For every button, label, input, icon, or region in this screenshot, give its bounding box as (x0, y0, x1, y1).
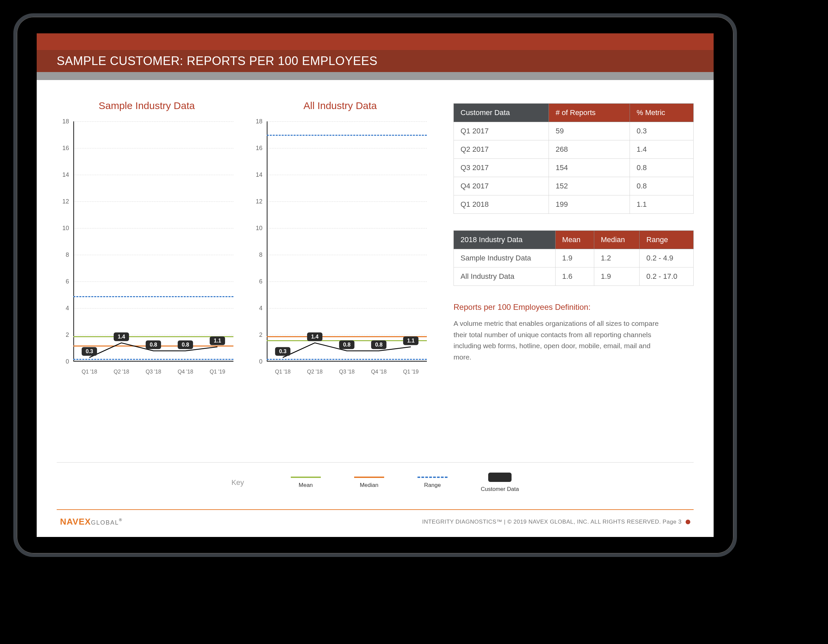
y-tick: 0 (57, 358, 72, 365)
table-header: Mean (555, 231, 594, 249)
chart-title: All Industry Data (250, 100, 430, 112)
y-tick: 6 (250, 278, 265, 285)
table-cell: 0.2 - 17.0 (640, 267, 694, 286)
swatch-customer-icon (488, 473, 511, 482)
data-point-label: 0.3 (82, 347, 97, 356)
data-point-label: 0.3 (275, 347, 290, 356)
definition-heading: Reports per 100 Employees Definition: (453, 303, 694, 312)
table-cell: 268 (549, 140, 630, 159)
table-row: Q1 20181991.1 (454, 195, 694, 214)
table-cell: 1.9 (555, 249, 594, 267)
copyright: INTEGRITY DIAGNOSTICS™ | © 2019 NAVEX GL… (422, 518, 682, 525)
y-tick: 18 (250, 118, 265, 125)
legend-label: Key (231, 478, 244, 487)
chart-sample-industry: Sample Industry Data 024681012141618Q1 '… (57, 100, 237, 446)
table-cell: Q2 2017 (454, 140, 549, 159)
y-tick: 4 (250, 305, 265, 312)
y-tick: 2 (250, 331, 265, 339)
table-cell: Q1 2017 (454, 122, 549, 140)
page-dot-icon (685, 520, 690, 524)
brand-global: GLOBAL (91, 519, 119, 526)
table-row: Q3 20171540.8 (454, 159, 694, 177)
table-row: Q4 20171520.8 (454, 177, 694, 195)
customer-data-table: Customer Data# of Reports% Metric Q1 201… (453, 104, 694, 214)
table-row: Q1 2017590.3 (454, 122, 694, 140)
chart-plot-area: 024681012141618Q1 '18Q2 '18Q3 '18Q4 '18Q… (57, 121, 237, 375)
table-cell: Q4 2017 (454, 177, 549, 195)
table-cell: 1.2 (594, 249, 640, 267)
charts-column: Sample Industry Data 024681012141618Q1 '… (57, 100, 437, 446)
x-tick: Q4 '18 (178, 369, 193, 375)
y-tick: 12 (250, 198, 265, 205)
industry-data-table: 2018 Industry DataMeanMedianRange Sample… (453, 231, 694, 286)
table-header: 2018 Industry Data (454, 231, 555, 249)
data-column: Customer Data# of Reports% Metric Q1 201… (453, 100, 694, 446)
x-tick: Q1 '18 (275, 369, 291, 375)
data-point-label: 1.1 (210, 336, 225, 345)
table-row: Sample Industry Data1.91.20.2 - 4.9 (454, 249, 694, 267)
legend-text: Median (360, 482, 378, 488)
table-cell: 1.1 (630, 195, 693, 214)
y-tick: 14 (57, 171, 72, 178)
y-tick: 12 (57, 198, 72, 205)
y-tick: 2 (57, 331, 72, 339)
brand-mark-icon: ® (119, 518, 122, 522)
y-tick: 10 (57, 225, 72, 232)
brand-navex: NAVEX (60, 517, 91, 526)
table-cell: 0.2 - 4.9 (640, 249, 694, 267)
document-screen: SAMPLE CUSTOMER: REPORTS PER 100 EMPLOYE… (37, 33, 714, 537)
table-header: Range (640, 231, 694, 249)
legend-text: Mean (299, 482, 313, 488)
chart-all-industry: All Industry Data 024681012141618Q1 '18Q… (250, 100, 430, 446)
table-cell: 0.8 (630, 159, 693, 177)
header-divider (37, 72, 714, 80)
table-cell: 0.3 (630, 122, 693, 140)
table-row: Q2 20172681.4 (454, 140, 694, 159)
header-accent (37, 33, 714, 50)
table-cell: 152 (549, 177, 630, 195)
legend-text: Range (424, 482, 441, 488)
table-header: Customer Data (454, 104, 549, 122)
page-footer: NAVEXGLOBAL® INTEGRITY DIAGNOSTICS™ | © … (57, 509, 694, 537)
chart-title: Sample Industry Data (57, 100, 237, 112)
x-tick: Q4 '18 (371, 369, 387, 375)
legend: Key Mean Median Range Customer Data (57, 473, 694, 509)
x-tick: Q1 '18 (82, 369, 97, 375)
y-tick: 10 (250, 225, 265, 232)
x-tick: Q2 '18 (307, 369, 323, 375)
data-point-label: 0.8 (178, 341, 193, 349)
data-point-label: 1.1 (403, 336, 419, 345)
data-point-label: 1.4 (307, 333, 323, 341)
tablet-frame: SAMPLE CUSTOMER: REPORTS PER 100 EMPLOYE… (13, 13, 737, 557)
x-tick: Q3 '18 (339, 369, 355, 375)
y-tick: 8 (57, 251, 72, 258)
swatch-range-icon (417, 477, 447, 478)
table-cell: 1.6 (555, 267, 594, 286)
y-tick: 6 (57, 278, 72, 285)
table-cell: All Industry Data (454, 267, 555, 286)
table-cell: 1.4 (630, 140, 693, 159)
data-point-label: 1.4 (114, 333, 129, 341)
legend-range: Range (417, 477, 447, 488)
y-tick: 4 (57, 305, 72, 312)
legend-customer: Customer Data (481, 473, 519, 493)
swatch-median-icon (354, 477, 384, 478)
chart-plot-area: 024681012141618Q1 '18Q2 '18Q3 '18Q4 '18Q… (250, 121, 430, 375)
table-cell: Q1 2018 (454, 195, 549, 214)
legend-separator (57, 462, 694, 463)
x-tick: Q3 '18 (146, 369, 162, 375)
data-point-label: 0.8 (371, 341, 386, 349)
brand-logo: NAVEXGLOBAL® (60, 517, 122, 527)
legend-median: Median (354, 477, 384, 488)
data-point-label: 0.8 (146, 341, 161, 349)
legend-text: Customer Data (481, 486, 519, 493)
legend-mean: Mean (291, 477, 321, 488)
table-cell: 154 (549, 159, 630, 177)
y-tick: 0 (250, 358, 265, 365)
y-tick: 16 (250, 145, 265, 152)
table-header: Median (594, 231, 640, 249)
table-cell: Q3 2017 (454, 159, 549, 177)
x-tick: Q1 '19 (210, 369, 226, 375)
x-tick: Q1 '19 (403, 369, 419, 375)
y-tick: 14 (250, 171, 265, 178)
